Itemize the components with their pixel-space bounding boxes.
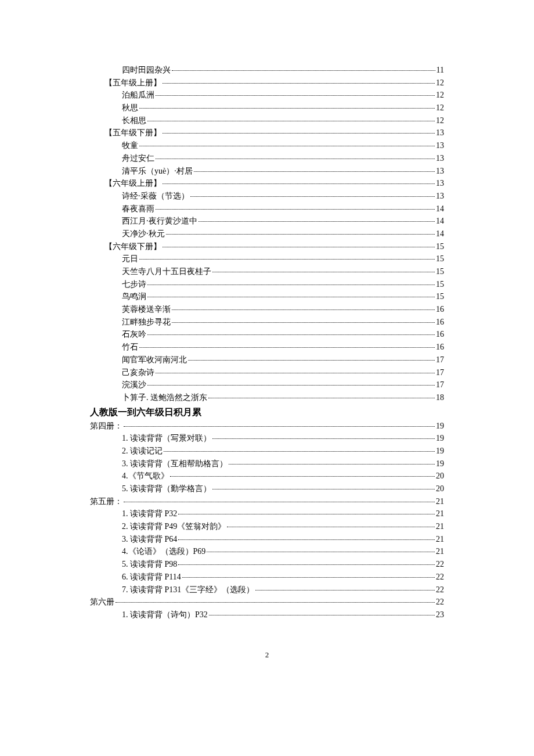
toc-entry-title: 7. 读读背背 P131《三字经》（选段） xyxy=(122,584,254,596)
toc-entry[interactable]: 4.《论语》（选段）P6921 xyxy=(90,545,444,558)
toc-entry[interactable]: 春夜喜雨14 xyxy=(90,203,444,215)
toc-entry[interactable]: 【六年级上册】13 xyxy=(90,177,444,190)
toc-entry-title: 卜算子. 送鲍浩然之浙东 xyxy=(122,391,207,404)
toc-entry[interactable]: 石灰吟16 xyxy=(90,328,444,341)
toc-entry[interactable]: 江畔独步寻花16 xyxy=(90,316,444,329)
toc-leader-dots xyxy=(124,502,435,502)
toc-entry[interactable]: 西江月·夜行黄沙道中14 xyxy=(90,215,444,228)
toc-leader-dots xyxy=(172,309,435,310)
toc-entry-title: 第六册 xyxy=(90,596,114,609)
toc-leader-dots xyxy=(163,247,435,247)
toc-entry[interactable]: 1. 读读背背（诗句）P3223 xyxy=(90,609,444,621)
toc-entry-page: 22 xyxy=(436,596,444,609)
toc-leader-dots xyxy=(156,209,435,210)
toc-entry[interactable]: 元日15 xyxy=(90,253,444,265)
toc-entry[interactable]: 2. 读读背背 P49《笠翁对韵》21 xyxy=(90,520,444,533)
toc-leader-dots xyxy=(208,398,435,398)
toc-leader-dots xyxy=(212,272,435,272)
toc-leader-dots xyxy=(147,385,435,386)
toc-entry-page: 16 xyxy=(436,303,444,316)
toc-entry-title: 4.《论语》（选段）P69 xyxy=(122,545,205,558)
toc-entry[interactable]: 卜算子. 送鲍浩然之浙东18 xyxy=(90,391,444,404)
toc-entry-page: 12 xyxy=(436,102,444,114)
toc-entry[interactable]: 7. 读读背背 P131《三字经》（选段）22 xyxy=(90,584,444,596)
toc-entry-page: 17 xyxy=(436,354,444,366)
toc-leader-dots xyxy=(147,121,435,121)
toc-entry[interactable]: 3. 读读背背 P6421 xyxy=(90,533,444,546)
toc-leader-dots xyxy=(166,234,435,235)
toc-entry-title: 春夜喜雨 xyxy=(122,203,154,215)
toc-entry-title: 1. 读读背背（诗句）P32 xyxy=(122,609,208,621)
toc-entry[interactable]: 6. 读读背背 P11422 xyxy=(90,571,444,584)
toc-leader-dots xyxy=(172,322,435,323)
toc-entry[interactable]: 牧童13 xyxy=(90,139,444,152)
toc-entry-page: 21 xyxy=(436,545,444,558)
toc-entry[interactable]: 长相思12 xyxy=(90,114,444,127)
toc-entry[interactable]: 舟过安仁13 xyxy=(90,152,444,165)
toc-leader-dots xyxy=(156,159,435,159)
toc-leader-dots xyxy=(163,133,435,134)
toc-leader-dots xyxy=(188,360,435,361)
toc-entry[interactable]: 1. 读读背背 P3221 xyxy=(90,507,444,520)
toc-entry-page: 20 xyxy=(436,470,444,483)
toc-entry-title: 七步诗 xyxy=(122,278,146,291)
toc-entry-title: 1. 读读背背 P32 xyxy=(122,507,177,520)
toc-entry-page: 13 xyxy=(436,127,444,139)
toc-leader-dots xyxy=(212,489,435,489)
toc-entry[interactable]: 秋思12 xyxy=(90,102,444,114)
toc-entry[interactable]: 天净沙·秋元14 xyxy=(90,228,444,240)
toc-entry-title: 3. 读读背背 P64 xyxy=(122,533,177,546)
toc-leader-dots xyxy=(172,70,435,71)
toc-leader-dots xyxy=(227,527,435,527)
toc-entry-page: 12 xyxy=(436,77,444,89)
toc-entry[interactable]: 闻官军收河南河北17 xyxy=(90,354,444,366)
toc-entry-page: 19 xyxy=(436,432,444,445)
toc-entry[interactable]: 3. 读读背背（互相帮助格言）19 xyxy=(90,458,444,470)
toc-leader-dots xyxy=(156,373,435,373)
toc-entry[interactable]: 清平乐（yuè）·村居13 xyxy=(90,165,444,178)
toc-entry[interactable]: 浣溪沙17 xyxy=(90,379,444,391)
toc-entry-title: 己亥杂诗 xyxy=(122,366,154,379)
toc-leader-dots xyxy=(178,514,435,514)
toc-entry-page: 13 xyxy=(436,152,444,165)
toc-leader-dots xyxy=(139,259,435,260)
toc-leader-dots xyxy=(229,464,435,465)
toc-entry-page: 20 xyxy=(436,483,444,495)
toc-entry[interactable]: 2. 读读记记19 xyxy=(90,445,444,458)
toc-entry-title: 第五册： xyxy=(90,495,122,508)
toc-entry-page: 13 xyxy=(436,190,444,203)
toc-entry[interactable]: 七步诗15 xyxy=(90,278,444,291)
toc-entry[interactable]: 泊船瓜洲12 xyxy=(90,89,444,102)
toc-entry[interactable]: 5. 读读背背 P9822 xyxy=(90,558,444,571)
toc-leader-dots xyxy=(147,285,435,285)
toc-entry[interactable]: 【五年级下册】13 xyxy=(90,127,444,139)
toc-leader-dots xyxy=(147,297,435,297)
toc-entry[interactable]: 鸟鸣涧15 xyxy=(90,290,444,303)
toc-entry[interactable]: 芙蓉楼送辛渐16 xyxy=(90,303,444,316)
toc-leader-dots xyxy=(178,564,435,565)
toc-entry[interactable]: 第四册：19 xyxy=(90,420,444,433)
toc-entry-page: 13 xyxy=(436,139,444,152)
toc-entry[interactable]: 第六册22 xyxy=(90,596,444,609)
toc-entry[interactable]: 天竺寺八月十五日夜桂子15 xyxy=(90,265,444,278)
toc-entry-page: 15 xyxy=(436,240,444,253)
toc-leader-dots xyxy=(163,83,435,84)
toc-entry-page: 21 xyxy=(436,507,444,520)
toc-entry[interactable]: 四时田园杂兴11 xyxy=(90,64,444,77)
toc-entry[interactable]: 竹石16 xyxy=(90,341,444,354)
toc-entry-page: 21 xyxy=(436,520,444,533)
toc-entry[interactable]: 【五年级上册】12 xyxy=(90,77,444,89)
toc-entry-page: 14 xyxy=(436,228,444,240)
toc-entry[interactable]: 5. 读读背背（勤学格言）20 xyxy=(90,483,444,495)
toc-entry-title: 1. 读读背背（写景对联） xyxy=(122,432,211,445)
toc-leader-dots xyxy=(255,590,435,591)
toc-entry[interactable]: 4.《节气歌》20 xyxy=(90,470,444,483)
section-heading: 人教版一到六年级日积月累 xyxy=(90,404,444,420)
toc-entry[interactable]: 【六年级下册】15 xyxy=(90,240,444,253)
toc-entry[interactable]: 诗经·采薇（节选）13 xyxy=(90,190,444,203)
toc-leader-dots xyxy=(139,146,435,146)
toc-entry[interactable]: 1. 读读背背（写景对联）19 xyxy=(90,432,444,445)
toc-leader-dots xyxy=(156,95,435,96)
toc-entry[interactable]: 己亥杂诗17 xyxy=(90,366,444,379)
toc-entry[interactable]: 第五册：21 xyxy=(90,495,444,508)
